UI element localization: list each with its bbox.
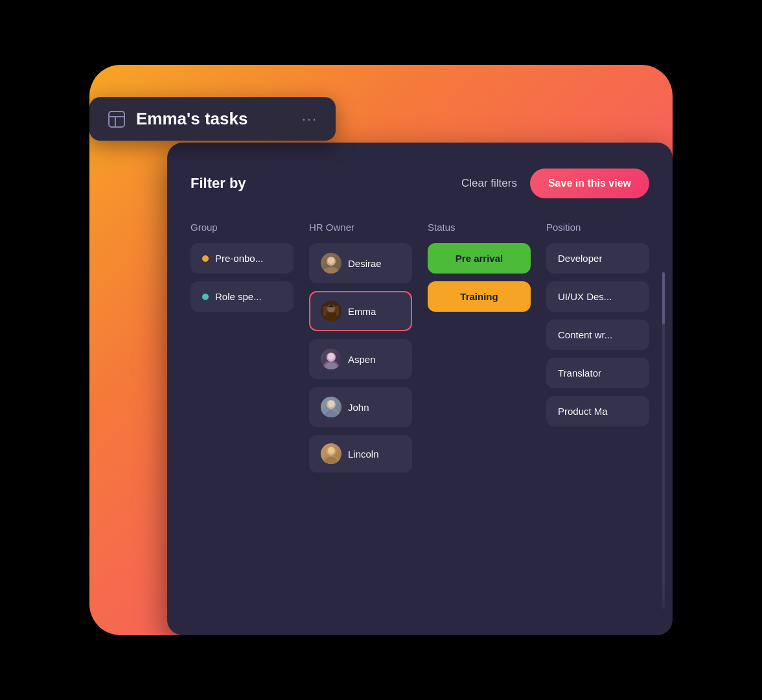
dot-teal-icon <box>202 294 209 300</box>
status-column: Status Pre arrival Training <box>428 222 531 472</box>
position-column: Position Developer UI/UX Des... Content … <box>546 222 649 472</box>
hr-owner-label-aspen: Aspen <box>348 354 376 365</box>
dot-orange-icon <box>202 255 209 262</box>
group-items: Pre-onbo... Role spe... <box>190 243 294 312</box>
position-item-translator[interactable]: Translator <box>546 358 649 388</box>
filter-actions: Clear filters Save in this view <box>461 169 649 198</box>
group-label-pre-onbo: Pre-onbo... <box>215 253 263 264</box>
svg-rect-9 <box>326 312 336 321</box>
hr-owner-item-john[interactable]: John <box>309 387 412 427</box>
hr-owner-item-desirae[interactable]: Desirae <box>309 243 412 283</box>
position-item-developer[interactable]: Developer <box>546 243 649 274</box>
clear-filters-button[interactable]: Clear filters <box>461 177 517 190</box>
position-item-uiux[interactable]: UI/UX Des... <box>546 281 649 312</box>
hr-owner-column-header: HR Owner <box>309 222 412 233</box>
filter-columns: Group Pre-onbo... Role spe... HR Owner <box>190 222 649 472</box>
save-in-view-button[interactable]: Save in this view <box>530 169 649 198</box>
scrollbar-track[interactable] <box>662 272 665 609</box>
filter-title: Filter by <box>190 175 246 192</box>
status-label-training: Training <box>460 291 498 302</box>
svg-point-4 <box>323 267 339 274</box>
scrollbar-thumb[interactable] <box>662 272 665 324</box>
status-item-pre-arrival[interactable]: Pre arrival <box>428 243 531 274</box>
avatar-aspen <box>321 349 341 369</box>
status-column-header: Status <box>428 222 531 233</box>
position-label-uiux: UI/UX Des... <box>558 291 612 302</box>
group-item-pre-onbo[interactable]: Pre-onbo... <box>190 243 294 274</box>
svg-point-20 <box>328 447 334 454</box>
title-bar-menu-button[interactable]: ··· <box>302 111 318 128</box>
hr-owner-item-emma[interactable]: Emma <box>309 291 412 331</box>
position-label-product-ma: Product Ma <box>558 406 608 417</box>
position-label-developer: Developer <box>558 253 602 264</box>
position-label-translator: Translator <box>558 368 601 379</box>
svg-rect-0 <box>109 111 124 127</box>
table-layout-icon <box>108 110 126 128</box>
group-item-role-spe[interactable]: Role spe... <box>190 281 294 312</box>
position-item-product-ma[interactable]: Product Ma <box>546 396 649 426</box>
status-label-pre-arrival: Pre arrival <box>456 253 503 264</box>
hr-owner-items: Desirae Emma <box>309 243 412 472</box>
group-column-header: Group <box>190 222 294 233</box>
svg-point-16 <box>328 401 334 407</box>
avatar-desirae <box>321 253 341 274</box>
position-items: Developer UI/UX Des... Content wr... Tra… <box>546 243 649 426</box>
hr-owner-label-emma: Emma <box>348 306 376 317</box>
avatar-emma <box>321 301 341 321</box>
hr-owner-label-desirae: Desirae <box>348 258 382 269</box>
avatar-lincoln <box>321 443 341 464</box>
title-bar: Emma's tasks ··· <box>89 97 336 141</box>
hr-owner-item-aspen[interactable]: Aspen <box>309 339 412 379</box>
svg-point-12 <box>328 353 334 360</box>
filter-header: Filter by Clear filters Save in this vie… <box>190 169 649 198</box>
hr-owner-column: HR Owner Desirae <box>309 222 412 472</box>
group-column: Group Pre-onbo... Role spe... <box>190 222 294 472</box>
filter-panel: Filter by Clear filters Save in this vie… <box>167 143 673 635</box>
position-item-content-wr[interactable]: Content wr... <box>546 320 649 350</box>
status-items: Pre arrival Training <box>428 243 531 312</box>
fade-overlay <box>167 583 673 635</box>
position-label-content-wr: Content wr... <box>558 329 612 340</box>
status-item-training[interactable]: Training <box>428 281 531 312</box>
position-column-header: Position <box>546 222 649 233</box>
main-container: Emma's tasks ··· Filter by Clear filters… <box>89 65 673 635</box>
group-label-role-spe: Role spe... <box>215 291 262 302</box>
hr-owner-item-lincoln[interactable]: Lincoln <box>309 435 412 472</box>
hr-owner-label-lincoln: Lincoln <box>348 449 379 460</box>
avatar-john <box>321 397 341 417</box>
svg-point-5 <box>328 257 334 264</box>
title-bar-title: Emma's tasks <box>136 109 292 129</box>
hr-owner-label-john: John <box>348 402 369 413</box>
